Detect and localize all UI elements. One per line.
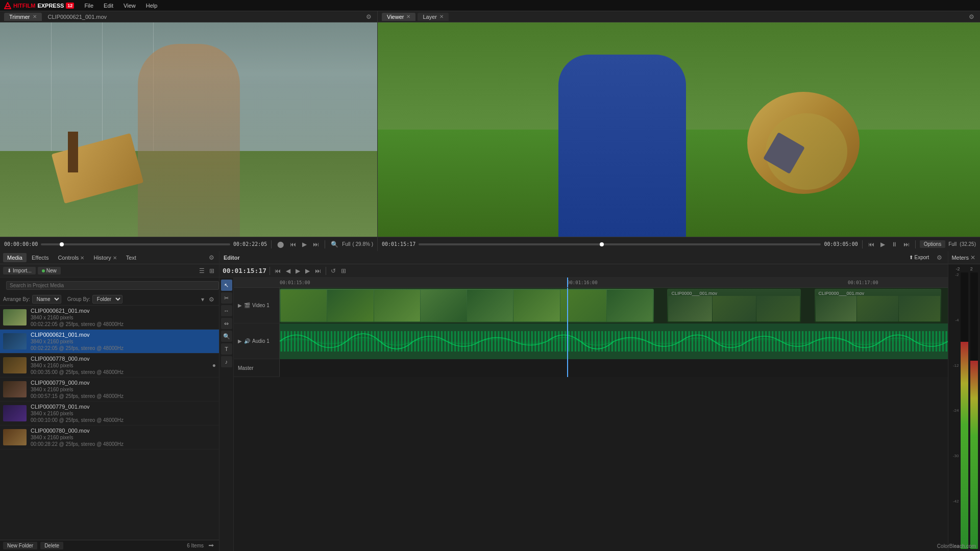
export-btn[interactable]: ⬆ Export	[906, 254, 933, 261]
trimmer-zoom-icon[interactable]: 🔍	[329, 240, 340, 248]
filter-btn[interactable]: ▾	[200, 295, 206, 304]
audio-expand-icon[interactable]: ▶	[238, 338, 242, 344]
video-clip-1[interactable]	[280, 289, 654, 322]
media-item[interactable]: CLIP0000621_001.mov 3840 x 2160 pixels 0…	[0, 330, 219, 354]
viewer-play[interactable]: ▶	[879, 240, 887, 248]
trimmer-play[interactable]: ▶	[301, 240, 308, 248]
viewer-next-frame[interactable]: ⏭	[902, 240, 911, 248]
trimmer-scrubber[interactable]	[41, 243, 230, 245]
audio-tool[interactable]: ♪	[221, 356, 232, 367]
ruler-time-2: 00:01:16:00	[567, 280, 598, 285]
meter-bars-container: -2 -4 -12 -24 -30 -42 -54	[950, 272, 978, 549]
trimmer-scrubber-thumb	[60, 242, 64, 246]
meter-db-labels: -2 -4 -12 -24 -30 -42 -54	[950, 272, 959, 549]
trimmer-tab-close[interactable]: ✕	[33, 14, 37, 19]
editor-prev-frame[interactable]: ◀	[284, 267, 292, 275]
tab-history[interactable]: History ✕	[89, 253, 120, 262]
menu-edit[interactable]: Edit	[100, 2, 117, 10]
media-thumb	[3, 309, 27, 325]
razor-tool[interactable]: ✂	[221, 292, 232, 304]
list-view-btn[interactable]: ☰	[198, 267, 206, 275]
meter-left-fill	[961, 342, 968, 549]
editor-settings-btn[interactable]: ⚙	[935, 254, 944, 262]
meters-close[interactable]: ✕	[969, 254, 977, 262]
meter-label-left: -2	[956, 266, 960, 271]
trimmer-prev-frame[interactable]: ⏮	[288, 240, 298, 248]
delete-btn[interactable]: Delete	[40, 542, 63, 549]
viewer-options-btn[interactable]: Options	[920, 240, 945, 248]
editor-loop[interactable]: ↺	[329, 267, 337, 275]
meter-top-labels: -2 2	[950, 266, 978, 271]
media-item[interactable]: CLIP0000780_000.mov 3840 x 2160 pixels 0…	[0, 425, 219, 449]
menu-view[interactable]: View	[119, 2, 140, 10]
svg-marker-0	[5, 3, 11, 9]
search-input[interactable]	[6, 281, 219, 290]
menu-file[interactable]: File	[80, 2, 97, 10]
top-row: Trimmer ✕ CLIP0000621_001.mov ⚙	[0, 11, 980, 251]
viewer-pause[interactable]: ⏸	[890, 240, 899, 248]
viewer-panel: Viewer ✕ Layer ✕ ⚙	[378, 11, 980, 251]
grid-view-btn[interactable]: ⊞	[208, 267, 216, 275]
video-clip-3[interactable]: CLIP0000___001.mov	[815, 289, 942, 322]
audio-track-content[interactable]	[280, 323, 948, 359]
video-expand-icon[interactable]: ▶	[238, 303, 242, 308]
editor-snapping[interactable]: ⊞	[339, 267, 348, 275]
viewer-zoom-controls: Full	[948, 241, 957, 247]
editor-timecode: 00:01:15:17	[223, 267, 266, 274]
new-btn[interactable]: New	[38, 267, 61, 274]
left-status-btn[interactable]: ⮕	[207, 542, 216, 550]
master-track-label: Master	[234, 359, 280, 377]
trimmer-tab[interactable]: Trimmer ✕	[4, 13, 42, 21]
new-folder-btn[interactable]: New Folder	[3, 542, 37, 549]
controls-tab-close[interactable]: ✕	[80, 255, 84, 261]
viewer-settings-btn[interactable]: ⚙	[967, 13, 976, 21]
timeline-wrapper: ↖ ✂ ↔ ⇔ 🔍 T ♪ 00:01:15:00 00:01:16:00	[219, 278, 948, 551]
video-clip-2[interactable]: CLIP0000___001.mov	[667, 289, 801, 322]
slip-tool[interactable]: ↔	[221, 305, 232, 316]
trimmer-panel: Trimmer ✕ CLIP0000621_001.mov ⚙	[0, 11, 378, 251]
group-by-select[interactable]: Folder	[92, 295, 122, 304]
media-name: CLIP0000780_000.mov	[31, 428, 216, 434]
text-tool[interactable]: T	[221, 343, 232, 355]
editor-play[interactable]: ▶	[294, 267, 302, 275]
zoom-tool[interactable]: 🔍	[221, 331, 232, 342]
left-panel-status: New Folder Delete 6 Items ⮕	[0, 540, 219, 551]
trimmer-settings-btn[interactable]: ⚙	[364, 13, 373, 21]
media-item[interactable]: CLIP0000621_001.mov 3840 x 2160 pixels 0…	[0, 306, 219, 330]
arrange-settings-btn[interactable]: ⚙	[207, 295, 216, 304]
viewer-tab-close[interactable]: ✕	[406, 14, 410, 19]
menu-help[interactable]: Help	[142, 2, 162, 10]
viewer-scrubber[interactable]	[419, 243, 821, 245]
layer-tab-close[interactable]: ✕	[439, 14, 444, 19]
editor-go-start[interactable]: ⏮	[273, 267, 282, 275]
tab-controls[interactable]: Controls ✕	[54, 253, 88, 262]
media-item[interactable]: CLIP0000779_001.mov 3840 x 2160 pixels 0…	[0, 402, 219, 425]
viewer-tab[interactable]: Viewer ✕	[382, 13, 415, 21]
tab-effects[interactable]: Effects	[28, 253, 53, 262]
viewer-timecode: 00:01:15:17	[382, 241, 415, 247]
tab-media[interactable]: Media	[3, 253, 27, 262]
slide-tool[interactable]: ⇔	[221, 318, 232, 329]
editor-next-frame[interactable]: ▶	[304, 267, 311, 275]
tab-text[interactable]: Text	[122, 253, 140, 262]
editor-panel: Editor ⬆ Export ⚙ 00:01:15:17 ⏮ ◀ ▶ ▶ ⏭	[219, 251, 948, 551]
viewer-prev-frame[interactable]: ⏮	[867, 240, 876, 248]
arrange-by-select[interactable]: Name	[32, 295, 61, 304]
audio-icon: 🔊	[244, 338, 250, 344]
trimmer-zoom-pct: ( 29.8% )	[352, 241, 373, 247]
media-item[interactable]: CLIP0000779_000.mov 3840 x 2160 pixels 0…	[0, 378, 219, 402]
select-tool[interactable]: ↖	[221, 280, 232, 291]
export-label: Export	[914, 255, 929, 260]
layer-tab[interactable]: Layer ✕	[418, 13, 449, 21]
video-track-content[interactable]: CLIP0000___001.mov CLIP0000___001.mov	[280, 288, 948, 323]
trimmer-mark-in[interactable]: ⬤	[276, 240, 285, 248]
viewer-playback-controls: 00:01:15:17 00:03:05:00 ⏮ ▶ ⏸ ⏭ Options …	[378, 237, 980, 251]
ruler-time-3: 00:01:17:00	[848, 280, 878, 285]
trimmer-zoom-controls: 🔍 Full ( 29.8% )	[329, 240, 373, 248]
history-tab-close[interactable]: ✕	[113, 255, 117, 261]
import-btn[interactable]: ⬇ Import...	[3, 267, 36, 274]
trimmer-next-frame[interactable]: ⏭	[311, 240, 321, 248]
editor-go-end[interactable]: ⏭	[313, 267, 323, 275]
media-item[interactable]: CLIP0000778_000.mov 3840 x 2160 pixels 0…	[0, 354, 219, 378]
left-panel-settings[interactable]: ⚙	[207, 254, 216, 262]
